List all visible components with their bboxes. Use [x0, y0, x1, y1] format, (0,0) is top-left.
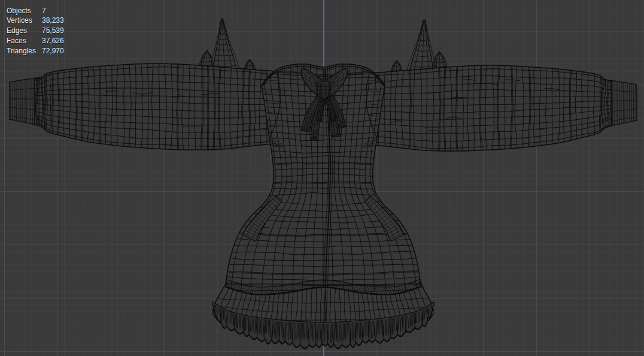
svg-text:Vertices: Vertices — [7, 16, 32, 25]
svg-text:75,539: 75,539 — [42, 26, 64, 35]
svg-text:Edges: Edges — [7, 26, 27, 35]
svg-text:38,233: 38,233 — [42, 16, 64, 25]
svg-text:Objects: Objects — [7, 7, 31, 15]
svg-text:Faces: Faces — [7, 37, 26, 45]
svg-text:37,626: 37,626 — [42, 37, 64, 45]
svg-text:7: 7 — [42, 7, 46, 15]
svg-text:72,970: 72,970 — [42, 47, 64, 55]
svg-text:Triangles: Triangles — [7, 47, 36, 55]
